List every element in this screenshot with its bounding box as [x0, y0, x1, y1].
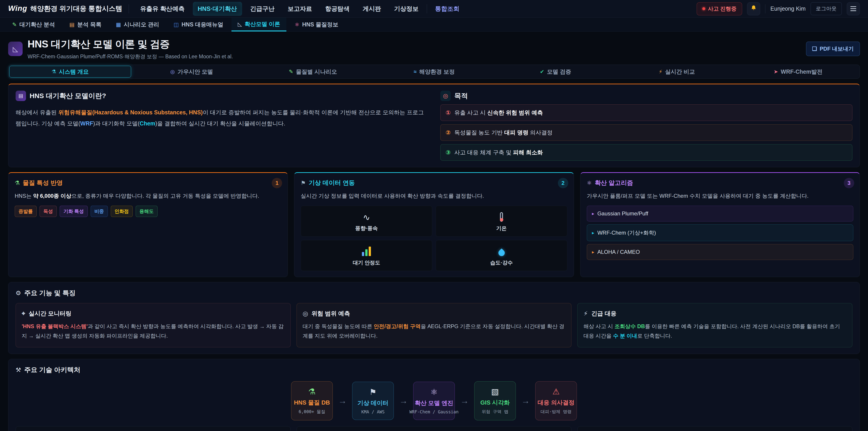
features-title: 주요 기능 및 특징 [24, 288, 75, 298]
chip-specific-gravity: 비중 [91, 206, 108, 217]
pdf-export-button[interactable]: ❏ PDF 내보내기 [806, 41, 860, 56]
subnav-analysis-list[interactable]: ▤ 분석 목록 [63, 18, 108, 31]
intro-left: ▤ HNS 대기확산 모델이란? 해상에서 유출된 위험유해물질(Hazardo… [16, 91, 428, 161]
page-header: ◺ HNS 대기확산 모델 이론 및 검증 WRF-Chem·Gaussian … [0, 32, 868, 65]
wave-icon: ≈ [414, 69, 416, 75]
nav-item-board[interactable]: 게시판 [358, 2, 386, 16]
arrow-right-icon: → [460, 396, 469, 406]
navbar-right: 사고 진행중 Eunjeong Kim 로그아웃 [697, 2, 860, 16]
test-tube-icon: ⚗ [308, 387, 315, 396]
target-icon: ◎ [440, 91, 451, 101]
lightning-icon: ⚡ [583, 310, 588, 317]
algo-wrf-chem: ▸ WRF-Chem (기상+화학) [587, 224, 853, 241]
droplet-icon [497, 248, 506, 257]
arch-col-wrf-chem: WRF-Chem 기상 예측 모델(WRF)과 대기화학 모델(Chem)을 결… [16, 426, 291, 431]
subnav-scenario-management[interactable]: ▦ 시나리오 관리 [110, 18, 166, 31]
target-icon: ◎ [303, 310, 308, 317]
incident-status-badge: 사고 진행중 [697, 2, 742, 16]
map-icon: ▧ [491, 387, 499, 396]
page-subtitle: WRF-Chem·Gaussian Plume/Puff·ROMS·해양환경 보… [28, 53, 801, 60]
tab-wrf-chem-evolution[interactable]: ➤ WRF-Chem발전 [737, 66, 859, 78]
feature-realtime-monitoring: ⌖ 실시간 모니터링 'HNS 유출 블랙박스 시스템'과 같이 사고 즉시 확… [16, 303, 291, 347]
feature-emergency-response: ⚡ 긴급 대응 해상 사고 시 조회상수 DB를 이용한 빠른 예측 기술을 포… [577, 303, 852, 347]
chip-solubility: 용해도 [135, 206, 158, 217]
arrow-icon: ▸ [592, 230, 594, 236]
subnav-hns-manual[interactable]: ◫ HNS 대응매뉴얼 [167, 18, 229, 31]
menu-button[interactable] [847, 2, 860, 16]
nav-item-oil-spill[interactable]: 유출유 확산예측 [135, 2, 190, 16]
test-tube-icon: ⚗ [15, 180, 20, 186]
architecture-columns: WRF-Chem 기상 예측 모델(WRF)과 대기화학 모델(Chem)을 결… [16, 426, 852, 431]
subnav-hns-substance-info[interactable]: ⚛ HNS 물질정보 [288, 18, 344, 31]
algorithm-list: ▸ Gaussian Plume/Puff ▸ WRF-Chem (기상+화학)… [587, 206, 853, 260]
logo-wing-mark: Wing [8, 4, 27, 13]
clipboard-icon: ▤ [69, 22, 74, 28]
page-title: HNS 대기확산 모델 이론 및 검증 [28, 37, 801, 51]
subnav-diffusion-analysis[interactable]: ✎ 대기확산 분석 [6, 18, 61, 31]
flag-icon: ⚑ [301, 180, 306, 186]
notification-button[interactable] [747, 2, 760, 16]
purpose-item-1: ① 유출 사고 시 신속한 위험 범위 예측 [440, 104, 852, 121]
purpose-item-3: ③ 사고 대응 체계 구축 및 피해 최소화 [440, 144, 852, 161]
subnav-model-theory[interactable]: ◺ 확산모델 이론 [231, 18, 286, 31]
circled-one-icon: ① [445, 109, 451, 116]
gear-icon: ⚙ [16, 289, 21, 297]
logout-button[interactable]: 로그아웃 [811, 2, 842, 15]
tab-model-validation[interactable]: ✔ 모델 검증 [495, 66, 616, 78]
arch-col-gaussian: Gaussian Plume/Puff ALOHA/CAMEO 표준 알고리즘 … [297, 426, 572, 431]
step-badge-2: 2 [558, 178, 568, 188]
arrow-icon: ▸ [592, 249, 594, 255]
purpose-panel: ◎ 목적 ① 유출 사고 시 신속한 위험 범위 예측 ② 독성물질 농도 기반… [440, 91, 852, 161]
nav-item-weather[interactable]: 기상정보 [389, 2, 424, 16]
rocket-icon: ➤ [774, 69, 778, 75]
tile-temperature: 기온 [436, 206, 567, 237]
card-diffusion-algorithms: 3 ⚛ 확산 알고리즘 가우시안 플룸/퍼프 모델 또는 WRF-Chem 수치… [580, 172, 860, 277]
nav-item-hns-diffusion[interactable]: HNS·대기확산 [193, 2, 242, 16]
dna-icon: ⚛ [294, 22, 300, 28]
theory-tab-bar: ⚗ 시스템 개요 ◎ 가우시안 모델 ✎ 물질별 시나리오 ≈ 해양환경 보정 … [8, 65, 860, 79]
intro-section: ▤ HNS 대기확산 모델이란? 해상에서 유출된 위험유해물질(Hazardo… [8, 84, 860, 167]
nav-item-integrated-search[interactable]: 통합조회 [430, 2, 465, 16]
intro-title: HNS 대기확산 모델이란? [30, 91, 106, 100]
satellite-icon: ⌖ [22, 310, 25, 317]
arrow-icon: ▸ [592, 211, 594, 216]
main-content: ▤ HNS 대기확산 모델이란? 해상에서 유출된 위험유해물질(Hazardo… [0, 79, 868, 431]
tab-substance-scenarios[interactable]: ✎ 물질별 시나리오 [252, 66, 374, 78]
pipeline-weather-data: ⚑ 기상 데이터 KMA / AWS [352, 382, 394, 420]
tab-realtime-comparison[interactable]: ⚡ 실시간 비교 [616, 66, 738, 78]
intro-paragraph: 해상에서 유출된 위험유해물질(Hazardous & Noxious Subs… [16, 107, 428, 129]
nav-item-reports[interactable]: 보고자료 [283, 2, 317, 16]
pillar-cards: 1 ⚗ 물질 특성 반영 HNS는 약 6,000종 이상으로, 종류가 매우 … [8, 172, 860, 277]
tile-stability: 대기 안정도 [301, 240, 432, 271]
features-section: ⚙ 주요 기능 및 특징 ⌖ 실시간 모니터링 'HNS 유출 블랙박스 시스템… [8, 282, 860, 354]
chart-icon: ▦ [116, 22, 121, 28]
nav-item-air-search[interactable]: 항공탐색 [320, 2, 355, 16]
tile-wind: ∿ 풍향·풍속 [301, 206, 432, 237]
tab-system-overview[interactable]: ⚗ 시스템 개요 [9, 66, 131, 78]
construction-icon: ⚒ [16, 366, 21, 374]
document-icon: ❏ [812, 45, 817, 52]
arrow-right-icon: → [399, 396, 408, 406]
app-logo[interactable]: Wing 해양환경 위기대응 통합시스템 [8, 4, 122, 13]
arch-col-roms: ROMS 해양 연동 Regional Ocean Modeling Syste… [577, 426, 852, 431]
algo-aloha-cameo: ▸ ALOHA / CAMEO [587, 244, 853, 260]
thermometer-icon [500, 212, 503, 222]
pipeline-decision: ⚠ 대응 의사결정 대피·방제 명령 [535, 381, 577, 420]
incident-dot-icon [702, 7, 705, 10]
tab-ocean-correction[interactable]: ≈ 해양환경 보정 [374, 66, 495, 78]
architecture-title: 주요 기술 아키텍처 [24, 366, 80, 374]
microscope-icon: ⚗ [52, 69, 56, 75]
main-menu: 유출유 확산예측 HNS·대기확산 긴급구난 보고자료 항공탐색 게시판 기상정… [135, 2, 690, 16]
incident-label: 사고 진행중 [708, 5, 737, 12]
triangle-ruler-icon: ◺ [238, 21, 242, 27]
tile-humidity: 습도·강수 [436, 240, 567, 271]
property-chips: 증발률 독성 기화 특성 비중 인화점 용해도 [15, 206, 281, 217]
sub-navbar: ✎ 대기확산 분석 ▤ 분석 목록 ▦ 시나리오 관리 ◫ HNS 대응매뉴얼 … [0, 18, 868, 32]
feature-risk-range: ◎ 위험 범위 예측 대기 중 독성물질 농도에 따른 안전/경고/위험 구역을… [297, 303, 572, 347]
tab-gaussian-model[interactable]: ◎ 가우시안 모델 [131, 66, 252, 78]
pipeline-model-engine: ⚛ 확산 모델 엔진 WRF-Chem / Gaussian [413, 382, 455, 420]
nav-item-rescue[interactable]: 긴급구난 [245, 2, 280, 16]
pencil-icon: ✎ [12, 22, 17, 28]
step-badge-1: 1 [272, 178, 282, 188]
logo-title: 해양환경 위기대응 통합시스템 [30, 4, 122, 13]
